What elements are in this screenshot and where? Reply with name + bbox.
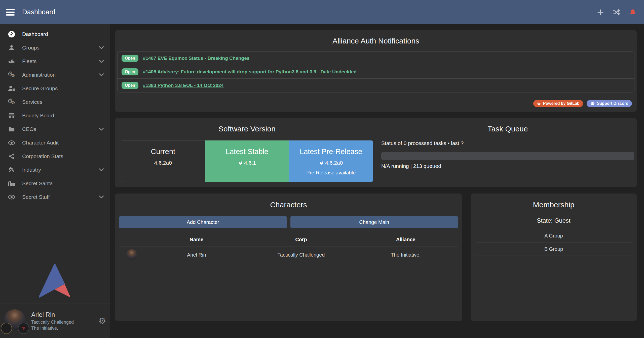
share-icon (7, 153, 17, 160)
status-badge: Open (122, 68, 138, 75)
membership-groups-list: A Group B Group (476, 229, 632, 256)
shuffle-icon[interactable] (613, 9, 620, 16)
gitlab-icon (319, 161, 324, 165)
sidebar-item-ceos[interactable]: CEOs (0, 122, 110, 136)
notifications-list: Open #1407 EVE Equinox Status - Breaking… (117, 51, 634, 92)
sidebar-item-label: Corporation Stats (22, 153, 63, 159)
sidebar-item-label: Industry (22, 167, 41, 173)
change-main-button[interactable]: Change Main (290, 216, 458, 228)
sidebar-item-bounty-board[interactable]: Bounty Board (0, 109, 110, 122)
user-lock-icon (7, 85, 17, 92)
group-list-item: B Group (476, 243, 632, 256)
support-discord-badge[interactable]: Support Discord (587, 100, 632, 107)
sidebar-user-panel: Ariel Rin Tactically Challenged The Init… (0, 304, 110, 338)
user-alliance: The Initiative. (31, 325, 74, 331)
notifications-panel: Alliance Auth Notifications Open #1407 E… (115, 30, 637, 112)
sidebar-item-services[interactable]: ⚙⚙ Services (0, 95, 110, 109)
gear-icon[interactable]: ⚙ (99, 317, 106, 325)
task-queue-status: Status of 0 processed tasks • last ? (381, 140, 634, 146)
character-alliance: The Initiative. (353, 249, 458, 261)
sidebar-item-label: Fleets (22, 58, 36, 64)
discord-icon (590, 101, 595, 106)
jet-icon (7, 58, 17, 65)
chevron-down-icon (98, 167, 105, 173)
user-icon (7, 44, 17, 51)
notification-link[interactable]: #1405 Advisory: Future development will … (143, 69, 357, 75)
sidebar: Dashboard Groups Fleets (0, 24, 110, 338)
task-queue-title: Task Queue (381, 125, 634, 133)
cogs-icon: ⚙⚙ (7, 98, 17, 106)
tachometer-icon (7, 30, 17, 38)
character-portrait (126, 249, 137, 260)
character-name: Ariel Rin (144, 249, 249, 261)
sidebar-menu: Dashboard Groups Fleets (0, 24, 110, 204)
software-version-section: Software Version Current 4.6.2a0 Latest … (115, 118, 376, 187)
sidebar-item-groups[interactable]: Groups (0, 41, 110, 55)
status-badge: Open (122, 82, 138, 89)
group-list-item: A Group (476, 229, 632, 243)
characters-panel: Characters Add Character Change Main Nam… (115, 194, 462, 321)
task-queue-progressbar (381, 152, 634, 160)
gitlab-icon (238, 161, 243, 165)
cogs-icon: ⚙⚙ (7, 71, 17, 79)
version-comparison-box: Current 4.6.2a0 Latest Stable 4.6.1 Late… (121, 140, 373, 182)
column-header-corp: Corp (249, 234, 354, 247)
user-corp: Tactically Challenged (31, 319, 74, 325)
bell-icon[interactable] (629, 9, 636, 16)
notification-link[interactable]: #1383 Python 3.8 EOL - 14 Oct 2024 (143, 83, 224, 88)
sidebar-item-corporation-stats[interactable]: Corporation Stats (0, 150, 110, 163)
eye-icon (7, 139, 17, 147)
sidebar-item-label: Services (22, 99, 43, 105)
characters-table: Name Corp Alliance Ariel Rin Tactically … (119, 234, 458, 263)
sidebar-item-secret-stuff[interactable]: Secret Stuff (0, 190, 110, 204)
sidebar-item-character-audit[interactable]: Character Audit (0, 136, 110, 150)
membership-title: Membership (476, 201, 632, 209)
chevron-down-icon (98, 194, 105, 200)
version-current-cell: Current 4.6.2a0 (121, 140, 205, 182)
notification-link[interactable]: #1407 EVE Equinox Status - Breaking Chan… (143, 56, 249, 61)
sidebar-item-label: Secure Groups (22, 85, 58, 91)
sidebar-item-fleets[interactable]: Fleets (0, 55, 110, 68)
sidebar-item-label: Bounty Board (22, 113, 54, 119)
task-queue-section: Task Queue Status of 0 processed tasks •… (376, 118, 637, 187)
top-navbar: Dashboard (0, 0, 644, 24)
sidebar-item-label: Groups (22, 45, 40, 51)
alliance-auth-logo (39, 264, 70, 298)
eye-icon (7, 193, 17, 201)
chevron-down-icon (98, 126, 105, 132)
hammer-icon (7, 166, 17, 173)
status-badge: Open (122, 55, 138, 62)
gitlab-icon (537, 102, 541, 106)
corp-logo (1, 323, 12, 334)
notification-item: Open #1383 Python 3.8 EOL - 14 Oct 2024 (118, 79, 634, 92)
notification-item: Open #1407 EVE Equinox Status - Breaking… (118, 52, 634, 65)
main-content: Alliance Auth Notifications Open #1407 E… (110, 24, 644, 338)
chevron-down-icon (98, 44, 105, 51)
column-header-name: Name (144, 234, 249, 247)
gifts-icon (7, 180, 17, 187)
sidebar-item-label: Character Audit (22, 140, 59, 146)
sidebar-item-label: CEOs (22, 126, 36, 132)
user-name: Ariel Rin (31, 311, 74, 319)
sidebar-item-dashboard[interactable]: Dashboard (0, 27, 110, 41)
alliance-logo (18, 323, 29, 334)
sidebar-item-secure-groups[interactable]: Secure Groups (0, 82, 110, 95)
sidebar-item-administration[interactable]: ⚙⚙ Administration (0, 68, 110, 82)
store-icon (7, 112, 17, 119)
sidebar-item-label: Administration (22, 72, 56, 78)
membership-panel: Membership State: Guest A Group B Group (471, 194, 637, 321)
task-queue-counts: N/A running | 213 queued (381, 163, 634, 169)
software-version-title: Software Version (121, 125, 373, 133)
chevron-down-icon (98, 58, 105, 65)
sidebar-item-industry[interactable]: Industry (0, 163, 110, 177)
add-character-button[interactable]: Add Character (119, 216, 287, 228)
hamburger-menu-icon[interactable] (6, 7, 15, 17)
sidebar-item-label: Dashboard (22, 31, 48, 37)
powered-by-gitlab-badge[interactable]: Powered by GitLab (533, 100, 583, 107)
version-stable-cell: Latest Stable 4.6.1 (205, 140, 289, 182)
folder-icon (7, 126, 17, 133)
plus-icon[interactable] (597, 9, 604, 16)
notifications-title: Alliance Auth Notifications (117, 37, 634, 45)
sidebar-item-secret-santa[interactable]: Secret Santa (0, 177, 110, 190)
membership-state: State: Guest (476, 217, 632, 224)
